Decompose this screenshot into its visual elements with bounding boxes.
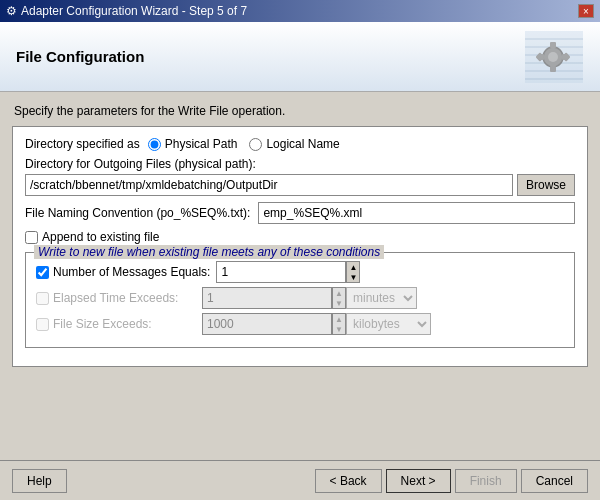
append-checkbox[interactable] xyxy=(25,231,38,244)
elapsed-time-down[interactable]: ▼ xyxy=(333,298,345,308)
footer-right: < Back Next > Finish Cancel xyxy=(315,469,588,493)
directory-type-row: Directory specified as Physical Path Log… xyxy=(25,137,575,151)
title-bar: ⚙ Adapter Configuration Wizard - Step 5 … xyxy=(0,0,600,22)
radio-physical: Physical Path xyxy=(148,137,238,151)
file-size-spinner-group: ▲ ▼ kilobytes megabytes bytes xyxy=(202,313,431,335)
conditions-group: Write to new file when existing file mee… xyxy=(25,252,575,348)
directory-path-input[interactable] xyxy=(25,174,513,196)
conditions-legend: Write to new file when existing file mee… xyxy=(34,245,384,259)
header-icon xyxy=(524,29,584,84)
file-size-input[interactable] xyxy=(202,313,332,335)
num-messages-up[interactable]: ▲ xyxy=(347,262,359,272)
condition-label-num-messages: Number of Messages Equals: xyxy=(36,265,210,279)
condition-label-file-size: File Size Exceeds: xyxy=(36,317,196,331)
file-size-up[interactable]: ▲ xyxy=(333,314,345,324)
directory-label: Directory specified as xyxy=(25,137,140,151)
form-section: Directory specified as Physical Path Log… xyxy=(12,126,588,367)
elapsed-time-spinner-group: ▲ ▼ minutes seconds hours xyxy=(202,287,417,309)
condition-checkbox-elapsed-time[interactable] xyxy=(36,292,49,305)
radio-physical-label: Physical Path xyxy=(165,137,238,151)
condition-text-elapsed-time: Elapsed Time Exceeds: xyxy=(53,291,178,305)
condition-text-num-messages: Number of Messages Equals: xyxy=(53,265,210,279)
svg-rect-9 xyxy=(550,42,556,48)
condition-row-elapsed-time: Elapsed Time Exceeds: ▲ ▼ minutes second… xyxy=(36,287,564,309)
num-messages-spinner[interactable]: ▲ ▼ xyxy=(346,261,360,283)
radio-group: Physical Path Logical Name xyxy=(148,137,340,151)
file-size-unit[interactable]: kilobytes megabytes bytes xyxy=(346,313,431,335)
directory-path-label: Directory for Outgoing Files (physical p… xyxy=(25,157,575,171)
radio-logical: Logical Name xyxy=(249,137,339,151)
footer-left: Help xyxy=(12,469,67,493)
num-messages-down[interactable]: ▼ xyxy=(347,272,359,282)
wizard-header: File Configuration xyxy=(0,22,600,92)
elapsed-time-input[interactable] xyxy=(202,287,332,309)
radio-logical-label: Logical Name xyxy=(266,137,339,151)
condition-row-num-messages: Number of Messages Equals: ▲ ▼ xyxy=(36,261,564,283)
svg-point-8 xyxy=(548,52,558,62)
close-button[interactable]: × xyxy=(578,4,594,18)
condition-checkbox-num-messages[interactable] xyxy=(36,266,49,279)
naming-input[interactable] xyxy=(258,202,575,224)
footer: Help < Back Next > Finish Cancel xyxy=(0,460,600,500)
condition-checkbox-file-size[interactable] xyxy=(36,318,49,331)
wizard-body: Specify the parameters for the Write Fil… xyxy=(0,92,600,460)
file-size-down[interactable]: ▼ xyxy=(333,324,345,334)
elapsed-time-spinner[interactable]: ▲ ▼ xyxy=(332,287,346,309)
back-button[interactable]: < Back xyxy=(315,469,382,493)
num-messages-spinner-group: ▲ ▼ xyxy=(216,261,360,283)
title-bar-text: Adapter Configuration Wizard - Step 5 of… xyxy=(21,4,247,18)
description-text: Specify the parameters for the Write Fil… xyxy=(12,100,588,126)
condition-row-file-size: File Size Exceeds: ▲ ▼ kilobytes megabyt… xyxy=(36,313,564,335)
append-row: Append to existing file xyxy=(25,230,575,244)
wizard-icon: ⚙ xyxy=(6,4,17,18)
next-button[interactable]: Next > xyxy=(386,469,451,493)
gear-svg-icon xyxy=(525,31,583,83)
browse-button[interactable]: Browse xyxy=(517,174,575,196)
num-messages-input[interactable] xyxy=(216,261,346,283)
wizard-header-title: File Configuration xyxy=(16,48,144,65)
radio-physical-input[interactable] xyxy=(148,138,161,151)
naming-label: File Naming Convention (po_%SEQ%.txt): xyxy=(25,206,250,220)
file-size-spinner[interactable]: ▲ ▼ xyxy=(332,313,346,335)
naming-row: File Naming Convention (po_%SEQ%.txt): xyxy=(25,202,575,224)
svg-rect-10 xyxy=(550,66,556,72)
elapsed-time-unit[interactable]: minutes seconds hours xyxy=(346,287,417,309)
directory-path-row: Browse xyxy=(25,174,575,196)
condition-text-file-size: File Size Exceeds: xyxy=(53,317,152,331)
radio-logical-input[interactable] xyxy=(249,138,262,151)
condition-label-elapsed-time: Elapsed Time Exceeds: xyxy=(36,291,196,305)
finish-button[interactable]: Finish xyxy=(455,469,517,493)
append-label: Append to existing file xyxy=(42,230,159,244)
elapsed-time-up[interactable]: ▲ xyxy=(333,288,345,298)
title-bar-left: ⚙ Adapter Configuration Wizard - Step 5 … xyxy=(6,4,247,18)
cancel-button[interactable]: Cancel xyxy=(521,469,588,493)
help-button[interactable]: Help xyxy=(12,469,67,493)
